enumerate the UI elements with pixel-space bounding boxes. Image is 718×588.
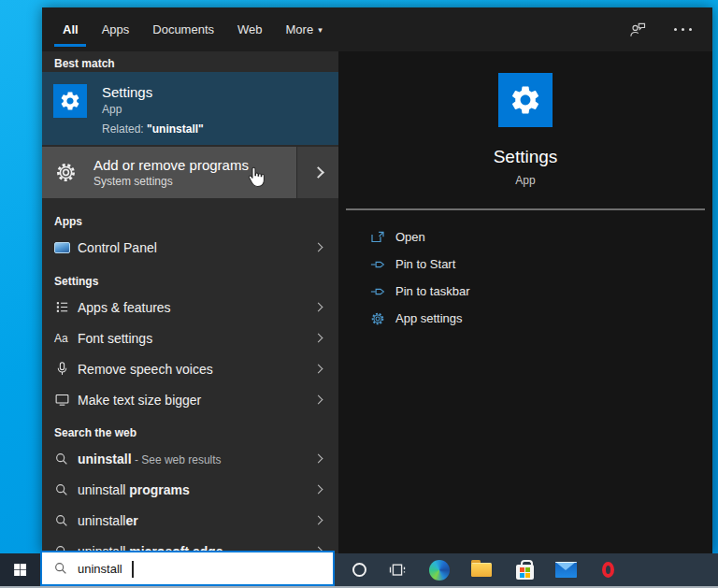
result-label: uninstaller xyxy=(78,513,315,528)
result-add-or-remove-programs[interactable]: Add or remove programs System settings xyxy=(42,147,338,198)
tab-apps[interactable]: Apps xyxy=(102,7,130,51)
chevron-down-icon: ▾ xyxy=(318,25,323,35)
related-term: "uninstall" xyxy=(147,122,204,136)
settings-app-icon-large xyxy=(498,73,553,127)
result-label: uninstall programs xyxy=(78,482,315,497)
chevron-right-icon[interactable] xyxy=(314,395,323,405)
tab-more-label: More xyxy=(286,22,314,36)
chevron-right-icon[interactable] xyxy=(314,454,323,464)
web-result-uninstall[interactable]: uninstall - See web results xyxy=(42,443,338,474)
result-remove-speech-voices[interactable]: Remove speech voices xyxy=(42,353,338,384)
chevron-right-icon[interactable] xyxy=(314,485,323,495)
account-feedback-icon[interactable] xyxy=(628,21,647,39)
cortana-icon xyxy=(352,563,366,577)
preview-title: Settings xyxy=(338,147,712,167)
store-icon xyxy=(516,560,534,580)
best-match-title: Settings xyxy=(102,84,204,100)
best-match-result-settings[interactable]: Settings App Related: "uninstall" xyxy=(42,72,338,145)
result-control-panel[interactable]: Control Panel xyxy=(42,232,338,263)
search-filter-tabs: All Apps Documents Web More▾ xyxy=(42,7,323,51)
tab-all[interactable]: All xyxy=(63,7,79,51)
windows-logo-icon xyxy=(12,562,28,578)
more-options-icon[interactable] xyxy=(671,28,694,31)
expand-result-chevron[interactable] xyxy=(296,147,338,198)
best-match-type: App xyxy=(102,103,204,116)
tab-web[interactable]: Web xyxy=(237,7,263,51)
open-icon xyxy=(369,229,386,246)
tab-more[interactable]: More▾ xyxy=(286,7,323,51)
taskbar xyxy=(0,553,718,588)
section-label-best-match: Best match xyxy=(42,51,338,72)
microphone-icon xyxy=(54,361,78,377)
chevron-right-icon[interactable] xyxy=(314,303,323,312)
file-explorer-icon xyxy=(471,563,492,577)
result-label: uninstall - See web results xyxy=(78,452,315,466)
control-panel-icon xyxy=(54,242,78,253)
best-match-related: Related: "uninstall" xyxy=(102,122,204,136)
search-header: All Apps Documents Web More▾ xyxy=(42,7,712,51)
task-view-button[interactable] xyxy=(377,553,418,586)
task-view-icon xyxy=(388,561,407,580)
result-label: Make text size bigger xyxy=(78,393,315,408)
action-pin-to-taskbar[interactable]: Pin to taskbar xyxy=(338,278,712,305)
cortana-button[interactable] xyxy=(338,553,380,586)
apps-features-list-icon xyxy=(54,299,78,315)
taskbar-search-box[interactable] xyxy=(40,551,335,586)
results-panel: Best match Settings App Related: "uninst… xyxy=(42,51,338,553)
chevron-right-icon xyxy=(312,166,324,179)
text-caret xyxy=(132,561,134,578)
opera-icon xyxy=(602,562,614,578)
result-label: Remove speech voices xyxy=(78,362,315,377)
result-label: Font settings xyxy=(78,331,315,346)
header-actions xyxy=(628,7,694,51)
result-apps-and-features[interactable]: Apps & features xyxy=(42,292,338,323)
taskbar-search-input[interactable] xyxy=(78,562,265,576)
mouse-cursor-hand xyxy=(244,165,269,190)
tab-apps-label: Apps xyxy=(102,22,130,36)
pin-icon xyxy=(369,256,386,273)
opera-button[interactable] xyxy=(587,553,628,586)
tab-documents[interactable]: Documents xyxy=(152,7,214,51)
edge-button[interactable] xyxy=(419,553,460,586)
search-icon xyxy=(54,482,78,497)
chevron-right-icon[interactable] xyxy=(314,365,323,374)
chevron-right-icon[interactable] xyxy=(314,334,323,343)
mail-button[interactable] xyxy=(545,553,586,586)
divider xyxy=(346,208,705,210)
display-icon xyxy=(54,392,78,408)
microsoft-store-button[interactable] xyxy=(504,553,545,586)
start-button[interactable] xyxy=(0,553,40,586)
mail-icon xyxy=(555,562,577,578)
chevron-right-icon[interactable] xyxy=(314,516,323,525)
action-open[interactable]: Open xyxy=(338,223,712,251)
preview-type: App xyxy=(338,174,712,187)
action-label: App settings xyxy=(395,311,463,325)
section-label-settings: Settings xyxy=(42,263,338,292)
font-icon: Aa xyxy=(54,332,78,345)
edge-icon xyxy=(429,560,450,581)
tab-web-label: Web xyxy=(237,22,263,36)
file-explorer-button[interactable] xyxy=(461,553,502,586)
action-label: Open xyxy=(395,230,425,244)
section-label-search-the-web: Search the web xyxy=(42,415,338,443)
search-icon xyxy=(53,561,68,576)
action-app-settings[interactable]: App settings xyxy=(338,305,712,332)
gear-icon xyxy=(369,310,386,327)
result-label: Apps & features xyxy=(78,300,315,315)
related-prefix: Related: xyxy=(102,122,147,136)
tab-all-label: All xyxy=(63,22,79,36)
chevron-right-icon[interactable] xyxy=(314,243,323,252)
result-make-text-size-bigger[interactable]: Make text size bigger xyxy=(42,384,338,415)
search-flyout: All Apps Documents Web More▾ Best match … xyxy=(42,7,712,553)
result-font-settings[interactable]: Aa Font settings xyxy=(42,323,338,353)
pin-icon xyxy=(369,283,386,300)
web-result-uninstaller[interactable]: uninstaller xyxy=(42,505,338,536)
action-label: Pin to taskbar xyxy=(395,284,470,298)
preview-panel: Settings App Open Pin to Start Pin to ta… xyxy=(338,51,712,553)
web-result-uninstall-programs[interactable]: uninstall programs xyxy=(42,474,338,505)
section-label-apps: Apps xyxy=(42,198,338,232)
action-pin-to-start[interactable]: Pin to Start xyxy=(338,251,712,278)
result-label: Control Panel xyxy=(78,240,315,255)
search-icon xyxy=(54,513,78,528)
settings-app-icon xyxy=(53,84,87,118)
